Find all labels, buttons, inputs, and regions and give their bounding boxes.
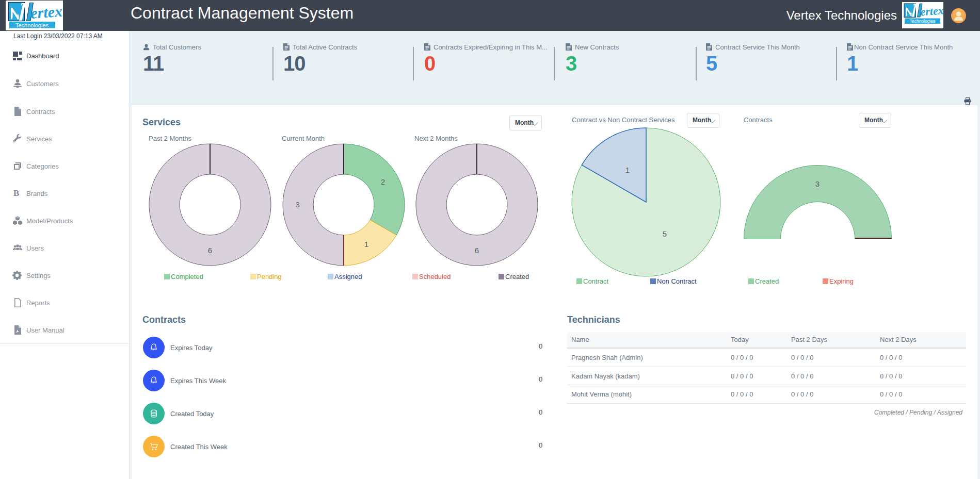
svg-text:B: B [13,188,20,198]
svg-text:ertex: ertex [30,3,63,22]
svg-text:2: 2 [381,177,385,186]
svg-text:5: 5 [663,229,667,238]
svg-text:ertex: ertex [920,4,943,18]
svg-text:Technologies: Technologies [15,22,49,28]
svg-text:1: 1 [364,240,368,249]
svg-text:6: 6 [208,246,212,255]
svg-text:6: 6 [475,246,479,255]
svg-text:1: 1 [625,166,630,174]
svg-text:Technologies: Technologies [910,19,936,24]
svg-text:3: 3 [296,200,300,209]
svg-text:3: 3 [815,179,820,188]
